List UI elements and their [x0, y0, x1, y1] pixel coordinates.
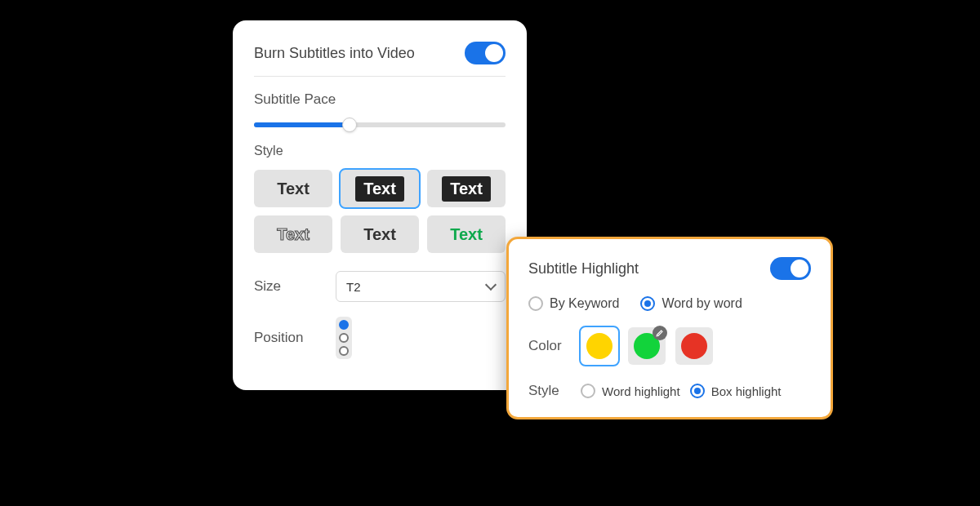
mode-word-by-word-label: Word by word — [662, 296, 742, 311]
style-option-2[interactable]: Text — [341, 170, 419, 207]
style-option-1[interactable]: Text — [254, 170, 332, 207]
toggle-knob — [485, 44, 503, 62]
edit-icon[interactable] — [653, 326, 667, 340]
mode-by-keyword-label: By Keyword — [550, 296, 619, 311]
subtitle-settings-panel: Burn Subtitles into Video Subtitle Pace … — [233, 20, 527, 390]
highlight-popover: Subtitle Highlight By Keyword Word by wo… — [506, 237, 833, 419]
highlight-title: Subtitle Highlight — [528, 260, 639, 277]
style-option-3-text: Text — [442, 176, 491, 202]
style-option-4[interactable]: Text — [254, 215, 332, 253]
highlight-header: Subtitle Highlight — [528, 257, 811, 280]
position-middle[interactable] — [339, 333, 349, 343]
size-label: Size — [254, 278, 319, 295]
burn-toggle[interactable] — [465, 42, 506, 64]
position-grid — [336, 317, 352, 359]
swatch-icon — [586, 333, 612, 359]
style-box-highlight[interactable]: Box highlight — [690, 384, 782, 398]
color-swatch-yellow[interactable] — [581, 327, 618, 365]
swatch-icon — [681, 333, 707, 359]
radio-icon — [528, 296, 543, 311]
highlight-mode-row: By Keyword Word by word — [528, 296, 811, 311]
burn-toggle-label: Burn Subtitles into Video — [254, 45, 415, 62]
pace-label: Subtitle Pace — [254, 91, 506, 108]
highlight-toggle[interactable] — [770, 257, 811, 280]
slider-fill — [254, 122, 350, 127]
size-row: Size T2 — [254, 271, 506, 302]
mode-word-by-word[interactable]: Word by word — [640, 296, 742, 311]
size-select[interactable]: T2 — [336, 271, 506, 302]
position-top[interactable] — [339, 320, 349, 330]
highlight-style-row: Style Word highlight Box highlight — [528, 383, 811, 399]
size-value: T2 — [346, 280, 361, 294]
color-swatch-red[interactable] — [675, 327, 713, 365]
radio-icon — [690, 384, 705, 398]
style-option-5[interactable]: Text — [341, 215, 419, 253]
style-label: Style — [254, 144, 506, 158]
radio-icon — [581, 384, 595, 398]
style-box-highlight-label: Box highlight — [711, 384, 782, 398]
pace-section: Subtitle Pace — [254, 91, 506, 127]
slider-thumb[interactable] — [342, 118, 357, 132]
burn-toggle-row: Burn Subtitles into Video — [254, 42, 506, 64]
color-swatch-green[interactable] — [628, 327, 666, 365]
chevron-down-icon — [485, 279, 497, 291]
highlight-style-label: Style — [528, 383, 571, 399]
highlight-color-row: Color — [528, 327, 811, 365]
position-bottom[interactable] — [339, 346, 349, 356]
toggle-knob — [791, 260, 808, 277]
radio-icon — [640, 296, 655, 311]
pace-slider[interactable] — [254, 122, 506, 127]
color-label: Color — [528, 338, 571, 354]
mode-by-keyword[interactable]: By Keyword — [528, 296, 619, 311]
style-option-6[interactable]: Text — [427, 215, 506, 253]
style-word-highlight[interactable]: Word highlight — [581, 384, 680, 398]
position-row: Position — [254, 317, 506, 359]
style-grid: Text Text Text Text Text Text — [254, 170, 506, 253]
style-option-2-text: Text — [355, 176, 404, 202]
style-option-3[interactable]: Text — [427, 170, 506, 207]
position-label: Position — [254, 330, 319, 346]
divider — [254, 76, 506, 77]
style-word-highlight-label: Word highlight — [602, 384, 680, 398]
